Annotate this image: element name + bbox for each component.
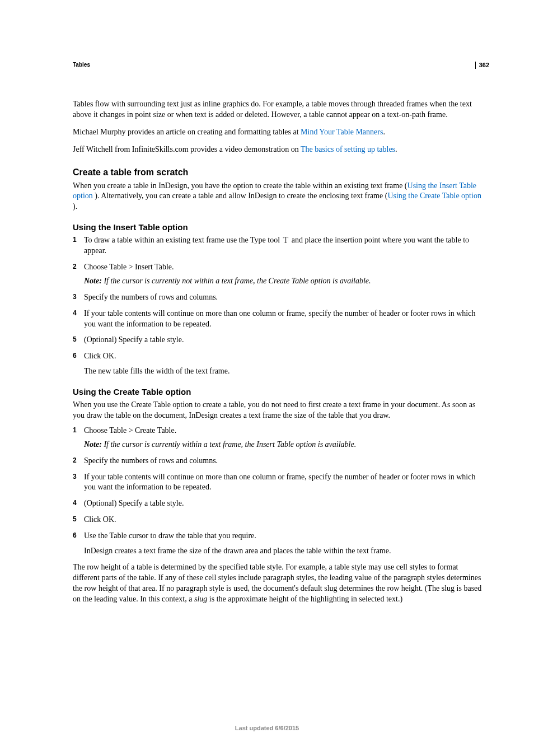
text: Jeff Witchell from InfiniteSkills.com pr… <box>73 145 301 153</box>
text: . <box>383 128 385 136</box>
heading-create-from-scratch: Create a table from scratch <box>73 167 484 178</box>
text: Choose Table > Insert Table. <box>84 263 174 271</box>
text: ). Alternatively, you can create a table… <box>95 192 387 200</box>
step-3: Specify the numbers of rows and columns. <box>73 292 484 303</box>
note-label: Note: <box>84 277 104 285</box>
step-2: Choose Table > Insert Table. Note: If th… <box>73 262 484 287</box>
heading-using-create-table: Using the Create Table option <box>73 387 484 396</box>
link-basics-of-setting-up-tables[interactable]: The basics of setting up tables <box>301 145 395 153</box>
closing-paragraph: The row height of a table is determined … <box>73 562 484 605</box>
note-text: If the cursor is currently within a text… <box>104 440 356 449</box>
step-5: Click OK. <box>73 515 484 525</box>
step-6: Click OK. The new table fills the width … <box>73 351 484 377</box>
step-6-after: InDesign creates a text frame the size o… <box>84 546 484 557</box>
page-number: 362 <box>475 62 489 69</box>
step-3: If your table contents will continue on … <box>73 472 484 493</box>
create-table-intro: When you use the Create Table option to … <box>73 400 484 421</box>
note-label: Note: <box>84 440 104 449</box>
step-1: To draw a table within an existing text … <box>73 235 484 256</box>
text: ). <box>73 202 77 211</box>
step-1: Choose Table > Create Table. Note: If th… <box>73 426 484 450</box>
footer-last-updated: Last updated 6/6/2015 <box>0 725 534 731</box>
step-4: If your table contents will continue on … <box>73 309 484 330</box>
step-6: Use the Table cursor to draw the table t… <box>73 531 484 557</box>
text: Click OK. <box>84 352 116 360</box>
step-6-after: The new table fills the width of the tex… <box>84 366 484 377</box>
intro-paragraph-3: Jeff Witchell from InfiniteSkills.com pr… <box>73 144 484 155</box>
heading-using-insert-table: Using the Insert Table option <box>73 222 484 232</box>
text: Use the Table cursor to draw the table t… <box>84 531 256 540</box>
intro-paragraph-1: Tables flow with surrounding text just a… <box>73 99 484 120</box>
text: Choose Table > Create Table. <box>84 426 176 435</box>
note: Note: If the cursor is currently within … <box>84 440 484 450</box>
insert-table-steps: To draw a table within an existing text … <box>73 235 484 377</box>
create-from-scratch-body: When you create a table in InDesign, you… <box>73 181 484 213</box>
page: 362 Tables Tables flow with surrounding … <box>0 0 534 756</box>
note: Note: If the cursor is currently not wit… <box>84 276 484 287</box>
running-head: Tables <box>73 62 484 68</box>
type-tool-icon: T <box>282 236 290 245</box>
term-slug: slug <box>194 595 207 603</box>
text: When you create a table in InDesign, you… <box>73 181 407 190</box>
text: Michael Murphy provides an article on cr… <box>73 128 301 136</box>
note-text: If the cursor is currently not within a … <box>104 277 371 285</box>
link-using-create-table-option[interactable]: Using the Create Table option <box>387 192 481 200</box>
step-2: Specify the numbers of rows and columns. <box>73 456 484 466</box>
create-table-steps: Choose Table > Create Table. Note: If th… <box>73 426 484 557</box>
text: is the approximate height of the highlig… <box>207 595 402 603</box>
text: To draw a table within an existing text … <box>84 236 282 244</box>
text: . <box>395 145 397 153</box>
link-mind-your-table-manners[interactable]: Mind Your Table Manners <box>301 128 383 136</box>
intro-paragraph-2: Michael Murphy provides an article on cr… <box>73 127 484 138</box>
step-5: (Optional) Specify a table style. <box>73 335 484 346</box>
step-4: (Optional) Specify a table style. <box>73 498 484 509</box>
